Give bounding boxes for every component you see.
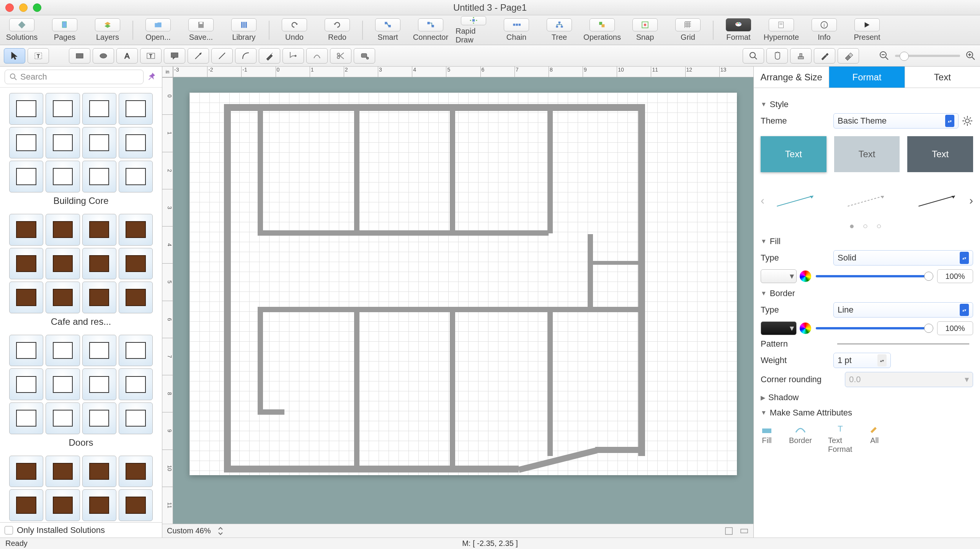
fill-opacity-value[interactable]: 100% <box>937 269 973 283</box>
library-shape[interactable] <box>46 402 80 434</box>
library-shape[interactable] <box>46 335 80 367</box>
shadow-section-head[interactable]: ▶Shadow <box>761 393 973 402</box>
border-section-head[interactable]: ▼Border <box>761 288 973 298</box>
toolbar-operations[interactable]: Operations <box>584 17 620 44</box>
scissors-tool[interactable] <box>330 48 351 64</box>
toolbar-format[interactable]: Format <box>720 17 756 44</box>
library-shape[interactable] <box>46 282 80 313</box>
zoom-stepper-icon[interactable] <box>217 526 224 536</box>
library-shape[interactable] <box>46 368 80 400</box>
only-installed-checkbox[interactable] <box>5 526 13 534</box>
border-weight-field[interactable]: 1 pt▴▾ <box>833 353 891 368</box>
fill-color-wheel[interactable] <box>800 270 811 282</box>
eraser-tool[interactable] <box>838 48 859 64</box>
border-opacity-value[interactable]: 100% <box>937 321 973 335</box>
toolbar-layers[interactable]: Layers <box>90 17 126 44</box>
library-shape[interactable] <box>46 456 80 487</box>
toolbar-present[interactable]: Present <box>849 17 885 44</box>
library-shape[interactable] <box>119 282 153 313</box>
corner-rounding-field[interactable]: 0.0▾ <box>845 372 973 387</box>
fill-color-swatch[interactable]: ▾ <box>761 269 797 283</box>
fill-opacity-slider[interactable] <box>816 275 933 277</box>
theme-card-1[interactable]: Text <box>761 136 826 172</box>
library-shape[interactable] <box>119 248 153 280</box>
library-shape[interactable] <box>119 93 153 125</box>
zoom-slider[interactable] <box>895 55 960 57</box>
library-shape[interactable] <box>46 127 80 159</box>
tab-text[interactable]: Text <box>905 67 980 88</box>
same-attr-fill[interactable]: Fill <box>761 423 773 454</box>
library-shape[interactable] <box>9 335 43 367</box>
theme-select[interactable]: Basic Theme▴▾ <box>833 113 959 129</box>
zoom-out-icon[interactable] <box>879 51 890 61</box>
library-shape[interactable] <box>9 282 43 313</box>
library-shape[interactable] <box>9 456 43 487</box>
toolbar-tree[interactable]: Tree <box>541 17 577 44</box>
rectangle-tool[interactable] <box>69 48 90 64</box>
theme-next-icon[interactable]: › <box>969 194 973 207</box>
library-shape[interactable] <box>9 368 43 400</box>
theme-card-3[interactable]: Text <box>907 136 973 172</box>
library-shape[interactable] <box>9 214 43 246</box>
canvas[interactable] <box>189 93 737 475</box>
fill-section-head[interactable]: ▼Fill <box>761 236 973 246</box>
fit-width-icon[interactable] <box>740 526 749 536</box>
theme-card-2[interactable]: Text <box>834 136 900 172</box>
only-installed-row[interactable]: Only Installed Solutions <box>0 522 162 538</box>
library-shape[interactable] <box>46 248 80 280</box>
border-color-wheel[interactable] <box>800 323 811 334</box>
toolbar-library[interactable]: Library <box>226 17 262 44</box>
border-color-swatch[interactable]: ▾ <box>761 321 797 335</box>
pointer-tool[interactable] <box>4 48 25 64</box>
line-arrow-tool[interactable] <box>188 48 209 64</box>
library-shape[interactable] <box>82 456 116 487</box>
zoom-tool[interactable] <box>743 48 764 64</box>
tab-format[interactable]: Format <box>829 67 905 88</box>
library-shape[interactable] <box>119 489 153 521</box>
border-type-select[interactable]: Line▴▾ <box>833 302 973 318</box>
library-shape[interactable] <box>119 335 153 367</box>
border-pattern-preview[interactable] <box>837 344 969 344</box>
callout-tool[interactable] <box>164 48 185 64</box>
library-shape[interactable] <box>82 127 116 159</box>
toolbar-chain[interactable]: Chain <box>498 17 534 44</box>
textbox-tool[interactable]: T <box>140 48 162 64</box>
arrow-style-3[interactable] <box>906 186 969 215</box>
library-shape[interactable] <box>119 456 153 487</box>
ellipse-tool[interactable] <box>93 48 114 64</box>
text-tool[interactable]: A <box>116 48 138 64</box>
line-tool[interactable] <box>211 48 233 64</box>
tab-arrange-size[interactable]: Arrange & Size <box>754 67 829 88</box>
toolbar-grid[interactable]: Grid <box>670 17 706 44</box>
zoom-label[interactable]: Custom 46% <box>167 526 211 535</box>
eyedropper-tool[interactable] <box>814 48 835 64</box>
library-shape[interactable] <box>119 402 153 434</box>
library-shape[interactable] <box>46 161 80 192</box>
library-shape[interactable] <box>82 402 116 434</box>
toolbar-undo[interactable]: Undo <box>276 17 312 44</box>
search-input[interactable]: Search <box>5 70 144 84</box>
library-shape[interactable] <box>82 335 116 367</box>
library-shape[interactable] <box>82 214 116 246</box>
library-list[interactable]: Building CoreCafe and res...Doors <box>0 88 162 522</box>
toolbar-save-[interactable]: Save... <box>183 17 219 44</box>
library-shape[interactable] <box>119 214 153 246</box>
arc-tool[interactable] <box>235 48 256 64</box>
library-shape[interactable] <box>82 248 116 280</box>
library-shape[interactable] <box>9 489 43 521</box>
same-attr-border[interactable]: Border <box>789 423 812 454</box>
library-shape[interactable] <box>9 127 43 159</box>
toolbar-redo[interactable]: Redo <box>319 17 355 44</box>
stamp-tool[interactable] <box>354 48 375 64</box>
arrow-style-2[interactable] <box>835 186 898 215</box>
text-frame-tool[interactable]: T <box>28 48 49 64</box>
pin-icon[interactable] <box>147 72 157 82</box>
pan-tool[interactable] <box>766 48 788 64</box>
curve-tool[interactable] <box>306 48 328 64</box>
library-shape[interactable] <box>82 93 116 125</box>
anchor-edit-tool[interactable] <box>283 48 304 64</box>
library-shape[interactable] <box>46 93 80 125</box>
toolbar-hypernote[interactable]: Hypernote <box>763 17 799 44</box>
pen-tool[interactable] <box>259 48 280 64</box>
stamp2-tool[interactable] <box>790 48 812 64</box>
